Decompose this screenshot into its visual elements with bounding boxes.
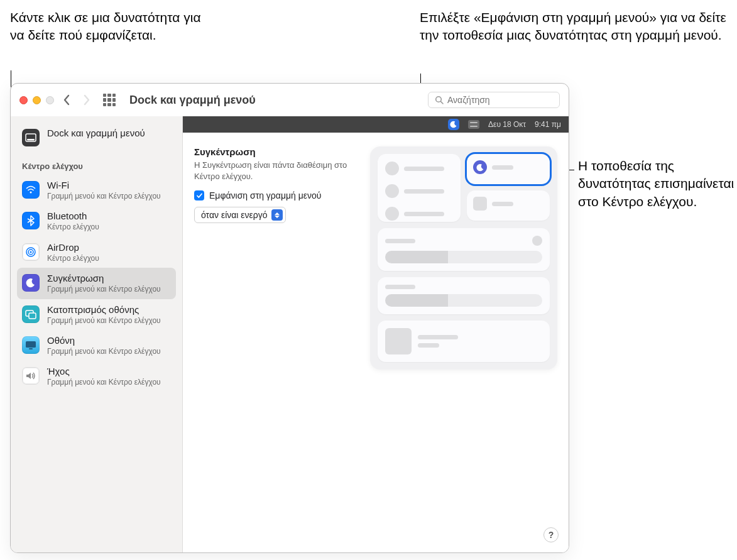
stepper-icon [271,209,283,221]
callout-top-right: Επιλέξτε «Εμφάνιση στη γραμμή μενού» για… [420,9,734,45]
cc-generic-card [467,190,550,221]
cc-brightness-card [378,228,550,271]
chevron-right-icon [83,94,90,106]
svg-rect-9 [29,313,36,319]
speaker-icon [22,367,40,385]
moon-icon [22,274,40,292]
minimize-icon[interactable] [33,96,41,104]
sidebar-item-dock-menubar[interactable]: Dock και γραμμή μενού [17,123,176,151]
preferences-window: Dock και γραμμή μενού Dock και γραμμή με… [10,83,569,553]
chevron-left-icon [63,94,70,106]
wifi-icon [22,181,40,199]
sidebar-item-sub: Κέντρο ελέγχου [47,222,99,231]
cc-connectivity-card [378,154,461,222]
sidebar-item-sub: Γραμμή μενού και Κέντρο ελέγχου [47,378,161,387]
svg-line-1 [440,101,443,104]
when-active-select[interactable]: όταν είναι ενεργό [194,207,286,223]
sidebar-section-label: Κέντρο ελέγχου [17,151,176,175]
cc-sound-card [378,277,550,314]
svg-rect-10 [26,341,36,348]
window-controls [19,96,54,104]
moon-icon [473,160,487,174]
sidebar-item-label: Ήχος [47,366,161,377]
sidebar-item-label: Dock και γραμμή μενού [47,128,145,139]
dock-icon [22,129,40,146]
back-button[interactable] [59,94,74,106]
sidebar-item-sub: Κέντρο ελέγχου [47,254,99,263]
detail-title: Συγκέντρωση [194,146,358,157]
checkbox-label: Εμφάνιση στη γραμμή μενού [209,190,321,200]
sidebar-item-focus[interactable]: Συγκέντρωση Γραμμή μενού και Κέντρο ελέγ… [17,268,176,299]
sidebar-item-sub: Γραμμή μενού και Κέντρο ελέγχου [47,347,161,356]
menubar-date: Δευ 18 Οκτ [488,120,526,129]
sidebar-item-sound[interactable]: Ήχος Γραμμή μενού και Κέντρο ελέγχου [17,361,176,392]
bluetooth-icon [22,212,40,229]
search-field[interactable] [428,92,560,108]
sidebar-item-label: Wi-Fi [47,180,161,191]
airdrop-icon [22,243,40,261]
sidebar-item-label: AirDrop [47,242,99,253]
svg-point-7 [30,251,31,253]
titlebar: Dock και γραμμή μενού [11,84,569,116]
sidebar-item-sub: Γραμμή μενού και Κέντρο ελέγχου [47,316,161,325]
search-icon [435,96,444,104]
forward-button[interactable] [79,94,94,106]
show-all-button[interactable] [103,94,116,106]
help-button[interactable]: ? [543,527,559,542]
sidebar-item-label: Κατοπτρισμός οθόνης [47,304,161,316]
callout-right: Η τοποθεσία της δυνατότητας επισημαίνετα… [578,157,735,211]
window-title: Dock και γραμμή μενού [129,94,256,107]
sidebar-item-airdrop[interactable]: AirDrop Κέντρο ελέγχου [17,237,176,268]
sidebar-item-sub: Γραμμή μενού και Κέντρο ελέγχου [47,192,161,200]
sidebar-item-label: Οθόνη [47,335,161,346]
display-icon [22,336,40,354]
sidebar-item-screen-mirroring[interactable]: Κατοπτρισμός οθόνης Γραμμή μενού και Κέν… [17,299,176,330]
mirror-icon [22,305,40,323]
svg-rect-11 [29,348,33,349]
close-icon[interactable] [19,96,28,104]
sidebar-item-display[interactable]: Οθόνη Γραμμή μενού και Κέντρο ελέγχου [17,330,176,361]
sidebar-item-bluetooth[interactable]: Bluetooth Κέντρο ελέγχου [17,206,176,236]
checkbox-checked-icon [194,190,204,200]
sidebar-item-label: Συγκέντρωση [47,273,161,284]
sidebar-item-label: Bluetooth [47,211,99,222]
svg-point-4 [30,192,32,194]
search-input[interactable] [447,95,553,105]
select-value: όταν είναι ενεργό [201,210,268,220]
callout-left: Κάντε κλικ σε μια δυνατότητα για να δείτ… [10,9,205,45]
cc-media-card [378,321,550,362]
sidebar-item-sub: Γραμμή μενού και Κέντρο ελέγχου [47,285,161,294]
control-center-menubar-icon [468,120,479,129]
menubar-time: 9:41 πμ [535,120,561,129]
detail-description: Η Συγκέντρωση είναι πάντα διαθέσιμη στο … [194,160,358,182]
control-center-preview [370,146,557,370]
menubar-preview: Δευ 18 Οκτ 9:41 πμ [183,116,569,133]
svg-rect-3 [27,139,35,141]
zoom-icon [46,96,54,104]
cc-focus-card [467,154,550,184]
focus-menubar-icon [448,119,459,130]
sidebar: Dock και γραμμή μενού Κέντρο ελέγχου Wi-… [11,116,183,552]
sidebar-item-wifi[interactable]: Wi-Fi Γραμμή μενού και Κέντρο ελέγχου [17,175,176,206]
show-in-menubar-checkbox[interactable]: Εμφάνιση στη γραμμή μενού [194,190,358,200]
detail-pane: Δευ 18 Οκτ 9:41 πμ Συγκέντρωση Η Συγκέντ… [183,116,569,552]
